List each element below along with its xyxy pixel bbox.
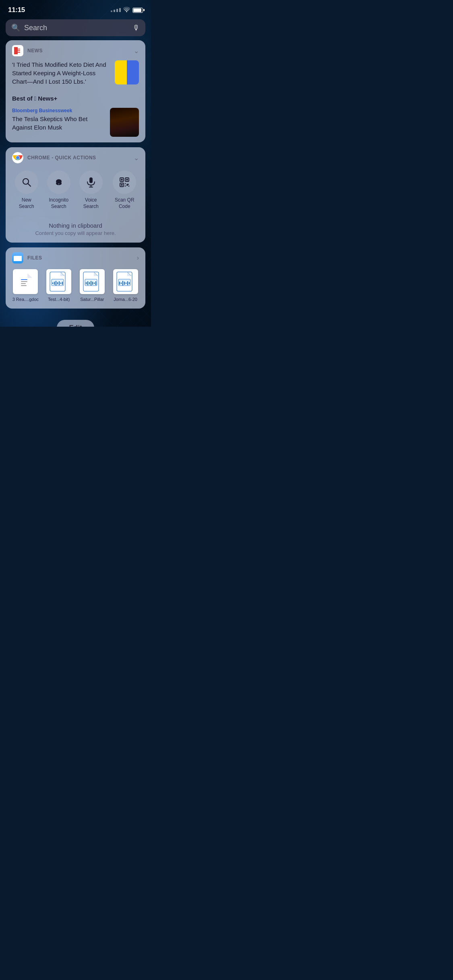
svg-rect-36	[54, 282, 55, 285]
file-name-2: Test...4-bit)	[48, 296, 70, 302]
scan-qr-circle	[113, 171, 136, 194]
svg-rect-11	[89, 177, 93, 183]
news-best-of[interactable]: Best of  News+	[6, 91, 145, 104]
new-search-label: New Search	[13, 197, 39, 210]
status-time: 11:15	[8, 6, 25, 14]
news-article-1[interactable]: 'I Tried This Modified Keto Diet And Sta…	[6, 60, 145, 91]
file-icon-audio-1	[46, 269, 71, 294]
chrome-voice-search[interactable]: Voice Search	[78, 171, 104, 210]
file-name-4: Jorna...6-20	[114, 296, 137, 302]
svg-rect-18	[126, 179, 128, 181]
clipboard-main-text: Nothing in clipboard	[12, 222, 139, 229]
svg-rect-47	[91, 281, 91, 286]
file-item-1[interactable]: 3 Rea....gdoc	[11, 269, 40, 302]
clipboard-sub-text: Content you copy will appear here.	[12, 230, 139, 236]
chrome-incognito-search[interactable]: IncognitoSearch	[47, 171, 70, 210]
svg-rect-57	[126, 282, 126, 284]
files-card: FILES › 3	[6, 247, 145, 309]
svg-rect-39	[59, 281, 60, 285]
bloomberg-source: Bloomberg Businessweek	[12, 108, 106, 113]
file-item-4[interactable]: Jorna...6-20	[111, 269, 140, 302]
svg-rect-37	[56, 281, 56, 286]
svg-rect-30	[21, 281, 27, 282]
news-thumb-2	[110, 108, 139, 137]
news-card-title: NEWS	[27, 48, 43, 54]
files-card-header[interactable]: FILES ›	[6, 247, 145, 268]
file-item-3[interactable]: Satur...Pillar	[78, 269, 107, 302]
svg-rect-10	[57, 184, 60, 185]
svg-rect-38	[57, 282, 58, 284]
svg-rect-35	[52, 282, 53, 284]
search-icon: 🔍	[11, 23, 20, 32]
svg-rect-19	[121, 184, 123, 186]
status-bar: 11:15	[0, 0, 151, 18]
edit-button-container: Edit	[0, 313, 151, 327]
scan-qr-label: Scan QR Code	[112, 197, 138, 210]
mic-icon[interactable]: 🎙	[132, 24, 140, 32]
svg-point-4	[16, 156, 19, 159]
svg-rect-31	[21, 283, 26, 284]
svg-rect-58	[127, 281, 128, 285]
svg-rect-29	[21, 279, 27, 280]
incognito-label: IncognitoSearch	[49, 197, 68, 210]
svg-rect-54	[121, 282, 122, 284]
file-icon-audio-2	[80, 269, 105, 294]
svg-rect-17	[121, 179, 123, 181]
svg-rect-41	[62, 282, 63, 285]
news-article-1-text: 'I Tried This Modified Keto Diet And Sta…	[12, 60, 111, 86]
news-card-header: NEWS ⌄	[6, 40, 145, 60]
files-grid: 3 Rea....gdoc	[6, 268, 145, 309]
chrome-card-header: CHROME - QUICK ACTIONS ⌄	[6, 147, 145, 167]
svg-rect-44	[86, 282, 87, 284]
new-search-circle	[15, 171, 38, 194]
chrome-card-title: CHROME - QUICK ACTIONS	[27, 155, 96, 161]
news-article-2-text: The Tesla Skeptics Who Bet Against Elon …	[12, 115, 106, 132]
svg-rect-45	[87, 281, 88, 285]
file-name-3: Satur...Pillar	[80, 296, 104, 302]
clipboard-section: Nothing in clipboard Content you copy wi…	[6, 216, 145, 243]
chrome-new-search[interactable]: New Search	[13, 171, 39, 210]
files-card-title: FILES	[27, 255, 42, 261]
svg-rect-56	[124, 282, 125, 285]
apple-logo: 	[34, 95, 36, 102]
file-icon-gdoc	[13, 269, 38, 294]
svg-rect-50	[95, 281, 96, 285]
signal-icon	[111, 8, 121, 12]
chrome-chevron-icon: ⌄	[134, 154, 139, 162]
news-app-icon	[12, 45, 23, 56]
news-card: NEWS ⌄ 'I Tried This Modified Keto Diet …	[6, 40, 145, 142]
search-bar[interactable]: 🔍 Search 🎙	[6, 19, 145, 36]
svg-rect-53	[119, 282, 120, 285]
files-chevron-icon[interactable]: ›	[137, 254, 139, 261]
chrome-card: CHROME - QUICK ACTIONS ⌄ New Search	[6, 147, 145, 243]
chrome-quick-actions: New Search IncognitoSearch	[6, 167, 145, 216]
chrome-scan-qr[interactable]: Scan QR Code	[112, 171, 138, 210]
news-chevron-icon: ⌄	[134, 47, 139, 55]
voice-search-circle	[79, 171, 103, 194]
svg-rect-59	[129, 282, 130, 284]
news-thumb-1	[115, 60, 139, 84]
chrome-app-icon	[12, 152, 23, 163]
svg-rect-40	[60, 282, 61, 284]
battery-icon	[132, 8, 143, 13]
search-input[interactable]: Search	[24, 24, 128, 32]
svg-rect-46	[89, 282, 90, 284]
voice-search-label: Voice Search	[78, 197, 104, 210]
svg-line-6	[28, 184, 31, 187]
files-app-icon	[12, 252, 23, 264]
news-article-2[interactable]: Bloomberg Businessweek The Tesla Skeptic…	[6, 105, 145, 142]
wifi-icon	[123, 7, 130, 13]
svg-rect-49	[94, 282, 95, 284]
file-name-1: 3 Rea....gdoc	[12, 296, 39, 302]
svg-rect-55	[122, 281, 123, 286]
svg-rect-48	[92, 282, 93, 285]
incognito-circle	[47, 171, 70, 194]
status-icons	[111, 7, 143, 13]
edit-button[interactable]: Edit	[57, 320, 94, 327]
file-item-2[interactable]: Test...4-bit)	[44, 269, 73, 302]
file-icon-audio-3	[113, 269, 138, 294]
svg-rect-32	[21, 285, 27, 286]
